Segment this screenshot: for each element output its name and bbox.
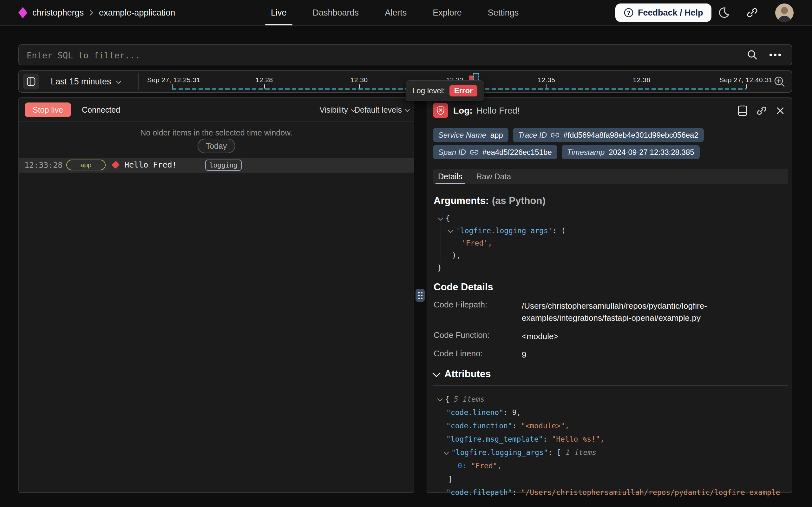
question-circle-icon: ?	[624, 8, 634, 18]
span-id-pill[interactable]: Span ID #ea4d5f226ec151be	[433, 145, 557, 159]
log-detail-panel: Log: Hello Fred! Service	[427, 97, 792, 493]
collapse-chevron-icon[interactable]	[437, 396, 443, 402]
json-line: "code.lineno": 9,	[434, 406, 788, 419]
today-button[interactable]: Today	[198, 138, 235, 153]
more-options-icon[interactable]	[769, 53, 782, 57]
log-level-tooltip: Log level: Error	[406, 80, 484, 101]
svg-text:?: ?	[627, 10, 631, 16]
metadata-badges: Service Name app Trace ID #fdd5694a8fa98…	[433, 128, 786, 159]
indent-guide	[452, 238, 452, 251]
breadcrumb-project[interactable]: example-application	[99, 8, 175, 18]
tab-live[interactable]: Live	[269, 0, 289, 25]
timeline-tick	[547, 84, 547, 89]
code-line: 'logfire.logging_args': (	[434, 225, 566, 237]
time-range-bar: Last 15 minutes Sep 27, 12:25:31 12:28 1…	[18, 70, 792, 93]
feedback-help-button[interactable]: ? Feedback / Help	[615, 3, 711, 22]
detail-actions	[738, 98, 785, 123]
collapse-chevron-icon[interactable]	[448, 228, 453, 233]
attributes-section-toggle[interactable]: Attributes	[434, 369, 491, 380]
arguments-heading: Arguments:(as Python)	[434, 195, 546, 207]
log-row[interactable]: 12:33:28 app Hello Fred! logging	[19, 158, 414, 173]
panel-resize-handle[interactable]	[416, 289, 425, 302]
collapse-chevron-icon[interactable]	[438, 215, 443, 221]
tab-alerts[interactable]: Alerts	[383, 0, 409, 25]
tab-dashboards[interactable]: Dashboards	[311, 0, 361, 25]
moon-icon	[717, 6, 730, 19]
stop-live-button[interactable]: Stop live	[25, 103, 71, 117]
code-details-rows: Code Filepath: /Users/christophersamiull…	[434, 300, 770, 361]
collapse-chevron-icon[interactable]	[444, 450, 449, 455]
log-message: Hello Fred!	[124, 160, 177, 169]
zoom-in-button[interactable]	[773, 75, 786, 90]
timeline-tick	[642, 84, 642, 89]
nav-tabs: Live Dashboards Alerts Explore Settings	[269, 0, 520, 25]
avatar[interactable]	[775, 3, 794, 22]
service-name-label: Service Name	[438, 131, 486, 139]
code-filepath-value: /Users/christophersamiullah/repos/pydant…	[522, 300, 738, 324]
breadcrumb-org[interactable]: christophergs	[33, 8, 84, 18]
error-diamond-icon	[112, 161, 120, 169]
code-line: ),	[434, 249, 566, 262]
code-filepath-label: Code Filepath:	[434, 300, 515, 324]
timeline-label: 12:28	[255, 76, 273, 84]
json-line: 0: "Fred",	[434, 459, 788, 472]
detail-tabs: Details Raw Data	[433, 169, 788, 184]
timeline-label: 12:30	[350, 76, 368, 84]
tab-settings[interactable]: Settings	[486, 0, 521, 25]
detail-title: Log: Hello Fred!	[453, 98, 520, 123]
close-icon[interactable]	[776, 106, 785, 115]
search-icon[interactable]	[747, 49, 758, 61]
copy-link-icon[interactable]	[756, 105, 767, 116]
tab-details[interactable]: Details	[436, 169, 465, 184]
log-time: 12:33:28	[24, 161, 62, 170]
connection-status: Connected	[82, 98, 120, 121]
error-shield-icon	[433, 103, 448, 118]
timestamp-value: 2024-09-27 12:33:28.385	[609, 148, 694, 157]
divider	[433, 386, 788, 386]
sql-filter-bar	[18, 44, 792, 65]
live-logs-panel: Stop live Connected Visibility Default l…	[18, 97, 414, 493]
tab-raw-data[interactable]: Raw Data	[474, 169, 513, 184]
code-details-heading: Code Details	[434, 281, 493, 293]
service-badge[interactable]: app	[66, 160, 106, 170]
default-levels-dropdown[interactable]: Default levels	[354, 98, 409, 121]
visibility-dropdown[interactable]: Visibility	[319, 98, 355, 121]
error-level-badge: Error	[449, 85, 478, 97]
link-icon	[746, 7, 758, 19]
theme-toggle-button[interactable]	[717, 0, 730, 25]
dock-panel-icon[interactable]	[738, 105, 747, 116]
logfire-logo-icon[interactable]	[18, 7, 27, 18]
code-function-label: Code Function:	[434, 330, 515, 342]
json-line: "logfire.logging_args": [ 1 items	[434, 446, 788, 459]
tab-explore[interactable]: Explore	[431, 0, 464, 25]
attributes-heading: Attributes	[444, 369, 491, 380]
scope-badge[interactable]: logging	[205, 160, 242, 171]
json-line: "logfire.msg_template": "Hello %s!",	[434, 433, 788, 446]
json-line: { 5 items	[434, 392, 788, 406]
breadcrumb: christophergs example-application	[18, 0, 175, 25]
span-id-label: Span ID	[438, 148, 466, 157]
json-line: "code.function": "<module>",	[434, 419, 788, 433]
json-line: ]	[434, 472, 788, 486]
breadcrumb-chevron-icon	[89, 9, 94, 16]
timeline-tick	[746, 84, 747, 89]
sql-filter-input[interactable]	[26, 45, 750, 65]
json-line: "code.filepath": "/Users/christophersami…	[434, 486, 788, 499]
detail-header: Log: Hello Fred!	[427, 98, 792, 123]
detail-title-message: Hello Fred!	[477, 106, 520, 116]
link-icon	[470, 150, 478, 155]
span-id-value: #ea4d5f226ec151be	[483, 148, 552, 157]
timeline-label-start: Sep 27, 12:25:31	[147, 76, 200, 84]
zoom-in-icon	[773, 75, 786, 88]
chevron-down-icon	[405, 107, 410, 112]
trace-id-pill[interactable]: Trace ID #fdd5694a8fa98eb4e301d99ebc056e…	[513, 128, 704, 142]
timeline-tick	[264, 84, 265, 89]
trace-id-value: #fdd5694a8fa98eb4e301d99ebc056ea2	[563, 131, 698, 139]
share-link-button[interactable]	[746, 0, 758, 25]
arguments-code-block: { 'logfire.logging_args': ( 'Fred', ), }	[434, 212, 566, 274]
arguments-heading-text: Arguments:	[434, 195, 489, 206]
code-line: 'Fred',	[434, 237, 566, 249]
timeline-label-end: Sep 27, 12:40:31	[720, 76, 773, 84]
arguments-heading-note: (as Python)	[492, 195, 546, 206]
visibility-label: Visibility	[319, 105, 348, 115]
